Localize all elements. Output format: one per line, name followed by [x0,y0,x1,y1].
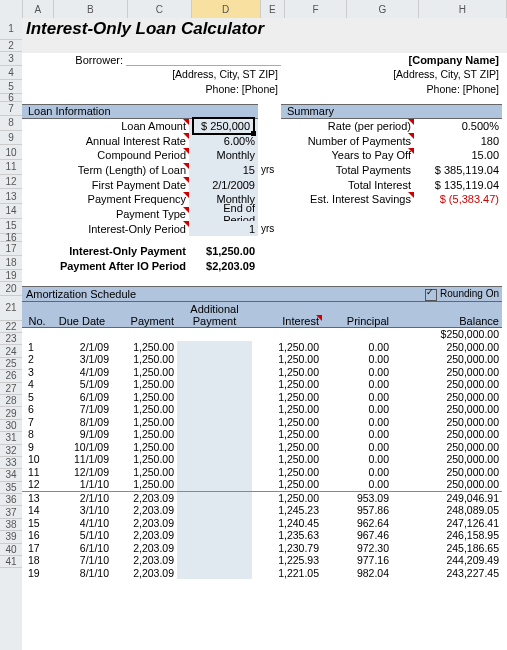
table-row[interactable]: 910/1/091,250.001,250.000.00250,000.00 [22,441,502,454]
row-32[interactable]: 32 [0,445,22,457]
col-int: Interest [252,315,322,327]
col-C[interactable]: C [128,0,192,18]
table-row[interactable]: 45/1/091,250.001,250.000.00250,000.00 [22,378,502,391]
row-4[interactable]: 4 [0,66,22,80]
col-B[interactable]: B [54,0,128,18]
table-row[interactable]: 198/1/102,203.091,221.05982.04243,227.45 [22,567,502,580]
table-row[interactable]: 56/1/091,250.001,250.000.00250,000.00 [22,391,502,404]
row-21[interactable]: 21 [0,296,22,321]
row-29[interactable]: 29 [0,407,22,419]
row-22[interactable]: 22 [0,321,22,334]
row-19[interactable]: 19 [0,270,22,282]
row-40[interactable]: 40 [0,544,22,556]
company-name: [Company Name] [281,53,502,68]
table-row[interactable]: 89/1/091,250.001,250.000.00250,000.00 [22,428,502,441]
row-13[interactable]: 13 [0,189,22,204]
label-first_date: First Payment Date [22,177,189,192]
table-row[interactable]: 176/1/102,203.091,230.79972.30245,186.65 [22,542,502,555]
col-A[interactable]: A [23,0,54,18]
row-26[interactable]: 26 [0,370,22,382]
row-31[interactable]: 31 [0,432,22,444]
row-24[interactable]: 24 [0,345,22,357]
table-row[interactable]: 187/1/102,203.091,225.93977.16244,209.49 [22,554,502,567]
row-9[interactable]: 9 [0,131,22,146]
table-row[interactable]: 67/1/091,250.001,250.000.00250,000.00 [22,403,502,416]
row-16[interactable]: 16 [0,234,22,242]
input-loan_amount[interactable]: $ 250,000 [189,119,258,134]
col-F[interactable]: F [285,0,348,18]
row-1[interactable]: 1 [0,18,22,40]
rounding-checkbox[interactable]: Rounding On [402,287,502,302]
row-38[interactable]: 38 [0,519,22,531]
table-row[interactable]: 78/1/091,250.001,250.000.00250,000.00 [22,416,502,429]
row-12[interactable]: 12 [0,175,22,190]
col-H[interactable]: H [419,0,507,18]
col-addl: AdditionalPayment [177,303,252,327]
col-D[interactable]: D [192,0,261,18]
unit: yrs [258,221,281,236]
label-total_int: Total Interest [281,177,414,192]
row-14[interactable]: 14 [0,204,22,219]
row-10[interactable]: 10 [0,145,22,160]
col-prin: Principal [322,315,392,327]
label-loan_amount: Loan Amount [22,119,189,134]
col-pay: Payment [112,315,177,327]
row-6[interactable]: 6 [0,94,22,102]
row-18[interactable]: 18 [0,256,22,270]
row-37[interactable]: 37 [0,506,22,518]
row-25[interactable]: 25 [0,358,22,370]
table-row[interactable]: 1011/1/091,250.001,250.000.00250,000.00 [22,453,502,466]
row-28[interactable]: 28 [0,395,22,407]
value-years_off: 15.00 [414,148,502,163]
row-33[interactable]: 33 [0,457,22,469]
unit: yrs [258,163,281,178]
table-row[interactable]: 121/1/101,250.001,250.000.00250,000.00 [22,478,502,491]
row-8[interactable]: 8 [0,116,22,131]
input-term[interactable]: 15 [189,163,258,178]
input-pay_type[interactable]: End of Period [189,207,258,222]
label-rate_per: Rate (per period) [281,119,414,134]
row-41[interactable]: 41 [0,556,22,568]
table-row[interactable]: 23/1/091,250.001,250.000.00250,000.00 [22,353,502,366]
table-row[interactable]: 34/1/091,250.001,250.000.00250,000.00 [22,366,502,379]
row-3[interactable]: 3 [0,52,22,66]
spreadsheet: A B C D E F G H 123456789101112131415161… [0,0,507,650]
grid-area[interactable]: Interest-Only Loan Calculator Borrower: … [22,18,507,650]
input-compound[interactable]: Monthly [189,148,258,163]
row-23[interactable]: 23 [0,333,22,345]
row-35[interactable]: 35 [0,482,22,494]
label-pay_freq: Payment Frequency [22,192,189,207]
start-balance: $250,000.00 [392,328,502,341]
row-34[interactable]: 34 [0,469,22,481]
col-G[interactable]: G [347,0,418,18]
row-30[interactable]: 30 [0,420,22,432]
address-hint: [Address, City, ST ZIP] [22,67,281,82]
row-27[interactable]: 27 [0,383,22,395]
table-row[interactable]: 165/1/102,203.091,235.63967.46246,158.95 [22,529,502,542]
row-36[interactable]: 36 [0,494,22,506]
borrower-label: Borrower: [22,53,126,68]
row-7[interactable]: 7 [0,102,22,116]
unit [258,119,281,134]
unit [258,207,281,222]
value-rate_per: 0.500% [414,119,502,134]
input-io_period[interactable]: 1 [189,221,258,236]
io-payment: $1,250.00 [189,244,258,259]
input-annual_rate[interactable]: 6.00% [189,133,258,148]
row-39[interactable]: 39 [0,531,22,543]
borrower-input[interactable] [126,53,281,66]
row-11[interactable]: 11 [0,160,22,175]
label-term: Term (Length) of Loan [22,163,189,178]
input-first_date[interactable]: 2/1/2009 [189,177,258,192]
row-2[interactable]: 2 [0,40,22,52]
table-row[interactable]: 12/1/091,250.001,250.000.00250,000.00 [22,341,502,354]
table-row[interactable]: 1112/1/091,250.001,250.000.00250,000.00 [22,466,502,479]
table-row[interactable]: 143/1/102,203.091,245.23957.86248,089.05 [22,504,502,517]
row-17[interactable]: 17 [0,242,22,256]
label-annual_rate: Annual Interest Rate [22,133,189,148]
col-E[interactable]: E [261,0,285,18]
table-row[interactable]: 132/1/102,203.091,250.00953.09249,046.91 [22,491,502,505]
select-all-corner[interactable] [0,0,23,18]
table-row[interactable]: 154/1/102,203.091,240.45962.64247,126.41 [22,517,502,530]
row-20[interactable]: 20 [0,282,22,296]
